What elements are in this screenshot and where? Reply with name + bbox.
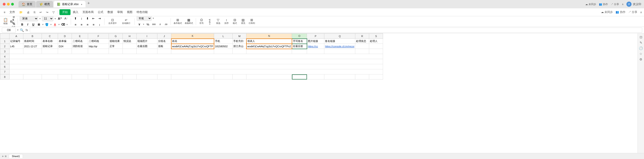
- cell-l8[interactable]: [214, 74, 232, 80]
- cell-r2[interactable]: [355, 44, 369, 49]
- yuan-button[interactable]: ¥: [136, 22, 142, 27]
- font-increase-button[interactable]: A⁺: [57, 16, 63, 21]
- cell-j8[interactable]: [158, 74, 171, 80]
- menu-view[interactable]: 视图: [125, 9, 134, 15]
- table-style-button[interactable]: ▦ 表格样式: [184, 17, 194, 26]
- underline-button[interactable]: U: [31, 22, 36, 27]
- sidebar-settings-icon[interactable]: ⚙: [640, 57, 642, 61]
- merge-center-button[interactable]: ⊡ 合并居中: [106, 17, 119, 26]
- cell-c3[interactable]: [42, 49, 58, 54]
- menu-dropdown-icon[interactable]: ▽: [50, 10, 56, 15]
- align-left-button[interactable]: ≡: [73, 22, 78, 27]
- align-center-button[interactable]: ≡: [79, 22, 84, 27]
- percent-button[interactable]: %: [145, 22, 151, 27]
- cut-button[interactable]: ✂ 剪切: [10, 16, 16, 19]
- menu-hamburger[interactable]: ≡: [2, 10, 7, 15]
- formula-input[interactable]: [30, 28, 642, 33]
- cell-a3[interactable]: [10, 49, 23, 54]
- cell-p3[interactable]: [307, 49, 324, 54]
- cell-g2[interactable]: 正常: [109, 44, 123, 49]
- cell-i3[interactable]: [136, 49, 158, 54]
- menu-undo-icon[interactable]: ↩: [38, 10, 44, 15]
- cell-k2[interactable]: wodkFjCwAAkjTzg3zLFxQCroQFTP: [171, 44, 214, 49]
- border-button[interactable]: ⊞: [36, 22, 42, 27]
- indent-dec-button[interactable]: ⇤: [91, 16, 96, 21]
- cell-b3[interactable]: [23, 49, 42, 54]
- col-header-h[interactable]: H: [123, 34, 136, 39]
- cell-i1[interactable]: 现场照片: [136, 39, 158, 44]
- col-header-r[interactable]: R: [355, 34, 369, 39]
- row-header-6[interactable]: 6: [0, 64, 10, 69]
- align-top-button[interactable]: ⬆: [73, 16, 78, 21]
- col-header-l[interactable]: L: [214, 34, 232, 39]
- fill-button[interactable]: ▤ 填充: [240, 17, 247, 26]
- cell-h1[interactable]: 情况说: [123, 39, 136, 44]
- dec-inc-button[interactable]: .00: [163, 22, 169, 27]
- cell-d8[interactable]: [58, 74, 72, 80]
- auto-newline-button[interactable]: ↵ 自动换行: [120, 17, 133, 26]
- cell-d1[interactable]: 表单编: [58, 39, 72, 44]
- font-decrease-button[interactable]: A⁻: [63, 16, 69, 21]
- menu-print-icon[interactable]: 🖨: [25, 10, 32, 15]
- col-header-f[interactable]: F: [88, 34, 109, 39]
- grid-container[interactable]: A B C D E F G H I J K L M N O: [0, 33, 638, 153]
- col-header-e[interactable]: E: [72, 34, 88, 39]
- cell-reference-input[interactable]: O8: [2, 28, 16, 33]
- sidebar-crop-icon[interactable]: ⊡: [640, 35, 642, 39]
- cell-row4-empty[interactable]: [10, 54, 383, 59]
- cell-o2[interactable]: 在最后签: [292, 44, 307, 49]
- cell-o8[interactable]: [292, 74, 307, 80]
- menu-start[interactable]: 开始: [60, 9, 70, 15]
- cell-k3[interactable]: [171, 49, 214, 54]
- cell-h2[interactable]: [123, 44, 136, 49]
- sidebar-star-icon[interactable]: ☆: [640, 52, 642, 56]
- cell-m8[interactable]: [232, 74, 246, 80]
- cell-b2[interactable]: 2021-12-27: [23, 44, 42, 49]
- row-header-4[interactable]: 4: [0, 54, 10, 59]
- font-family-select[interactable]: 宋体: [20, 16, 38, 21]
- cell-h3[interactable]: [123, 49, 136, 54]
- cell-q1[interactable]: 签名链接: [324, 39, 355, 44]
- row-header-1[interactable]: 1: [0, 39, 10, 44]
- cell-l3[interactable]: [214, 49, 232, 54]
- sidebar-comment-icon[interactable]: ✎: [640, 41, 642, 44]
- cell-n3[interactable]: [246, 49, 292, 54]
- align-bot-button[interactable]: ⬇: [85, 16, 90, 21]
- cell-m1[interactable]: 手机号归: [232, 39, 246, 44]
- sidebar-clock-icon[interactable]: 🕐: [639, 46, 643, 50]
- row-header-3[interactable]: 3: [0, 49, 10, 54]
- col-header-n[interactable]: N: [246, 34, 292, 39]
- share-button[interactable]: ↗ 分享: [611, 3, 619, 6]
- cell-s3[interactable]: [369, 49, 383, 54]
- cell-g3[interactable]: [109, 49, 123, 54]
- cell-f1[interactable]: 二维码地: [88, 39, 109, 44]
- col-header-m[interactable]: M: [232, 34, 246, 39]
- menu-formula[interactable]: 公式: [96, 9, 105, 15]
- col-header-q[interactable]: Q: [324, 34, 355, 39]
- number-format-select[interactable]: 常规: [136, 16, 152, 21]
- align-right-button[interactable]: ≡: [85, 22, 90, 27]
- dec-dec-button[interactable]: .0: [157, 22, 163, 27]
- cell-f2[interactable]: http://qr: [88, 44, 109, 49]
- row-header-5[interactable]: 5: [0, 59, 10, 64]
- cell-f8[interactable]: [88, 74, 109, 80]
- collab-button[interactable]: 👥 协作: [599, 3, 608, 6]
- format-button[interactable]: ⊟ 格式: [231, 17, 238, 26]
- row-header-7[interactable]: 7: [0, 69, 10, 74]
- col-header-d[interactable]: D: [58, 34, 72, 39]
- cell-n2[interactable]: wodkFjCwAAkjTzg3zLFxQCroQFTPv2: [246, 44, 292, 49]
- cell-e3[interactable]: [72, 49, 88, 54]
- conditional-format-button[interactable]: ⊞ 条件格式: [173, 17, 183, 26]
- cell-m2[interactable]: 浙江舟山: [232, 44, 246, 49]
- align-mid-button[interactable]: ↕: [79, 16, 84, 21]
- cell-o3[interactable]: [292, 49, 307, 54]
- cell-j1[interactable]: 分组名: [158, 39, 171, 44]
- cell-a2[interactable]: L45: [10, 44, 23, 49]
- menu-review[interactable]: 审阅: [115, 9, 124, 15]
- menu-folder-icon[interactable]: 📁: [17, 10, 24, 15]
- cell-q3[interactable]: [324, 49, 355, 54]
- cell-j2[interactable]: 巡检: [158, 44, 171, 49]
- cell-s8[interactable]: [369, 74, 383, 80]
- sheet-tab-sheet1[interactable]: Sheet1: [9, 154, 23, 158]
- cell-g8[interactable]: [109, 74, 123, 80]
